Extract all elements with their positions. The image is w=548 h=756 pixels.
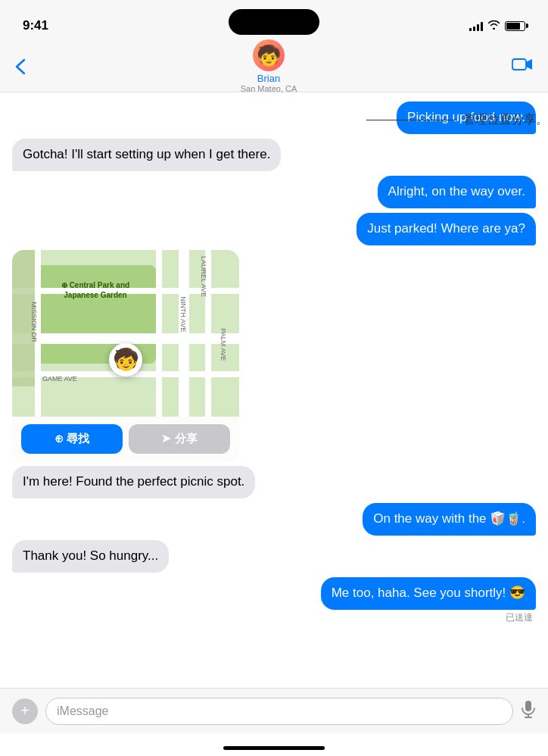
road-label: MISSION DR <box>30 301 38 342</box>
message-bubble-sent: On the way with the 🥡🧋. <box>363 503 536 536</box>
dynamic-island <box>229 9 319 35</box>
message-row-map: ⊕ Central Park andJapanese Garden 🧒 LAUR… <box>12 250 536 461</box>
back-button[interactable] <box>12 55 29 78</box>
video-call-button[interactable] <box>509 54 536 80</box>
nav-bar: 🧒 Brian San Mateo, CA <box>0 41 548 92</box>
message-group-last: Me too, haha. See you shortly! 😎 已送達 <box>12 577 536 624</box>
message-bubble-sent: Me too, haha. See you shortly! 😎 <box>321 577 536 610</box>
svg-rect-1 <box>525 701 531 711</box>
battery-fill <box>506 23 520 30</box>
contact-subtitle: San Mateo, CA <box>241 84 297 93</box>
road-label: PALM AVE <box>219 328 226 361</box>
message-bubble-sent: Just parked! Where are ya? <box>357 213 536 245</box>
plus-icon: + <box>20 702 30 720</box>
message-bubble-sent: Alright, on the way over. <box>378 176 536 208</box>
message-row: On the way with the 🥡🧋. <box>12 503 536 536</box>
message-bubble-received: I'm here! Found the perfect picnic spot. <box>12 466 255 498</box>
road <box>179 250 189 417</box>
signal-bar-4 <box>481 22 483 31</box>
signal-bar-2 <box>473 27 475 31</box>
map-bubble[interactable]: ⊕ Central Park andJapanese Garden 🧒 LAUR… <box>12 250 239 461</box>
annotation: 管理位置分享。 <box>366 112 548 128</box>
road-label: LAUREL AVE <box>200 256 207 297</box>
message-row: I'm here! Found the perfect picnic spot. <box>12 466 536 498</box>
avatar: 🧒 <box>253 39 285 71</box>
svg-rect-0 <box>512 59 526 70</box>
attachment-button[interactable]: + <box>12 698 38 724</box>
road-label: NINTH AVE <box>180 296 188 332</box>
delivered-status: 已送達 <box>506 611 536 624</box>
annotation-text: 管理位置分享。 <box>457 112 548 128</box>
contact-name: Brian <box>257 73 280 84</box>
input-bar: + iMessage <box>0 688 548 733</box>
status-time: 9:41 <box>23 18 48 33</box>
input-placeholder: iMessage <box>57 704 108 718</box>
message-row: Just parked! Where are ya? <box>12 213 536 245</box>
message-row: Gotcha! I'll start setting up when I get… <box>12 139 536 171</box>
contact-info[interactable]: 🧒 Brian San Mateo, CA <box>241 39 297 93</box>
wifi-icon <box>487 20 500 32</box>
signal-bar-3 <box>477 24 479 31</box>
location-pin: 🧒 <box>109 343 142 376</box>
mic-button[interactable] <box>521 700 536 722</box>
messages-area[interactable]: Picking up food now. Gotcha! I'll start … <box>0 92 548 703</box>
avatar-memoji: 🧒 <box>257 45 281 65</box>
message-row: Alright, on the way over. <box>12 176 536 208</box>
map-action-buttons: ⊕ 尋找 ➤ 分享 <box>12 417 239 461</box>
road-label: GAME AVE <box>42 375 77 383</box>
signal-bars-icon <box>469 21 483 31</box>
map-view: ⊕ Central Park andJapanese Garden 🧒 LAUR… <box>12 250 239 417</box>
message-input[interactable]: iMessage <box>45 698 513 725</box>
signal-bar-1 <box>469 28 472 31</box>
message-row: Thank you! So hungry... <box>12 540 536 573</box>
find-button[interactable]: ⊕ 尋找 <box>21 424 123 454</box>
status-icons <box>469 20 525 32</box>
phone-frame: 9:41 <box>0 0 548 756</box>
share-button[interactable]: ➤ 分享 <box>129 424 230 454</box>
message-bubble-received: Thank you! So hungry... <box>12 540 169 573</box>
message-bubble-received: Gotcha! I'll start setting up when I get… <box>12 139 281 171</box>
battery-icon <box>505 21 525 31</box>
park-label: ⊕ Central Park andJapanese Garden <box>54 280 137 300</box>
home-indicator <box>223 746 325 750</box>
annotation-line <box>366 120 457 120</box>
road <box>156 250 162 417</box>
message-row: Me too, haha. See you shortly! 😎 <box>12 577 536 610</box>
